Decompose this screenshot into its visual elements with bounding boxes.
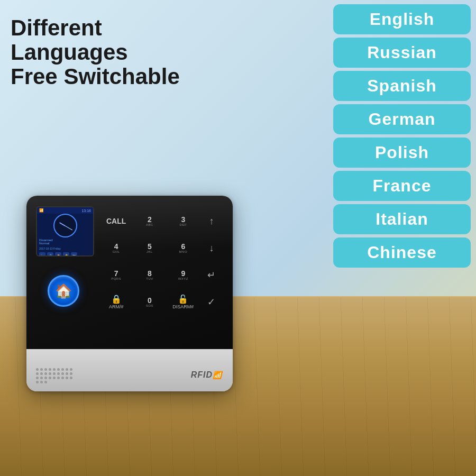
key-8[interactable]: 8 TUV bbox=[134, 263, 165, 288]
speaker-dot bbox=[70, 377, 72, 379]
lcd-screen: 📶 13:16 Disarmed Normal 2017-10-13 Frida… bbox=[36, 206, 94, 257]
rfid-signal-icon: 📶 bbox=[213, 371, 222, 379]
key-7[interactable]: 7 PQRS bbox=[100, 263, 132, 288]
lang-btn-chinese[interactable]: Chinese bbox=[333, 237, 471, 268]
speaker-grille bbox=[36, 368, 78, 380]
key-backspace[interactable]: ↵ bbox=[201, 263, 222, 288]
key-0-label: SOS bbox=[146, 304, 153, 307]
key-disarm[interactable]: 🔓 DISARM# bbox=[168, 289, 199, 314]
check-icon: ✓ bbox=[207, 296, 215, 308]
lang-btn-english[interactable]: English bbox=[333, 4, 471, 34]
keypad: CALL 2 ABC 3 DEF ↑ 4 GHL bbox=[98, 206, 225, 344]
lcd-bottom-icons: 📞 🔒 🏠 🔔 📷 bbox=[37, 251, 93, 257]
speaker-dot bbox=[40, 368, 43, 371]
key-7-letters: PQRS bbox=[111, 277, 121, 280]
key-4-num: 4 bbox=[114, 243, 118, 250]
key-arrow-down[interactable]: ↓ bbox=[201, 236, 222, 261]
device-bottom: RFID📶 bbox=[26, 349, 233, 391]
key-arm-sym: 🔒 bbox=[111, 294, 122, 304]
key-0[interactable]: 0 SOS bbox=[134, 289, 165, 314]
lcd-icon-call: 📞 bbox=[39, 252, 45, 257]
key-arrow-up[interactable]: ↑ bbox=[201, 209, 222, 234]
lcd-icon-home: 🏠 bbox=[55, 252, 61, 257]
key-call[interactable]: CALL bbox=[100, 209, 132, 234]
wifi-icon: 📶 bbox=[39, 208, 44, 213]
key-5[interactable]: 5 JKL bbox=[134, 236, 165, 261]
key-disarm-label: DISARM# bbox=[172, 304, 194, 309]
lcd-icons: 📶 bbox=[39, 208, 44, 213]
speaker-dot bbox=[57, 372, 60, 375]
lcd-status-area: Disarmed Normal bbox=[37, 237, 93, 246]
rfid-text: RFID bbox=[191, 370, 213, 379]
speaker-dot bbox=[44, 368, 47, 371]
speaker-dot bbox=[70, 368, 72, 371]
arrow-down-icon: ↓ bbox=[209, 243, 214, 254]
lang-btn-spanish[interactable]: Spanish bbox=[333, 71, 471, 101]
speaker-dot bbox=[40, 377, 43, 379]
backspace-icon: ↵ bbox=[207, 269, 215, 281]
speaker-dot bbox=[66, 377, 68, 379]
speaker-dot bbox=[57, 368, 60, 371]
key-arm-label: ARM/# bbox=[109, 304, 124, 309]
lcd-time: 13:16 bbox=[81, 209, 91, 213]
key-3-num: 3 bbox=[181, 216, 185, 223]
speaker-dot bbox=[53, 377, 56, 379]
key-disarm-sym: 🔓 bbox=[178, 294, 188, 304]
lang-btn-german[interactable]: German bbox=[333, 104, 471, 134]
title-line2: Free Switchable bbox=[11, 65, 212, 89]
lang-btn-polish[interactable]: Polish bbox=[333, 138, 471, 168]
speaker-dot bbox=[49, 377, 51, 379]
speaker-dot bbox=[70, 372, 72, 375]
key-2-letters: ABC bbox=[146, 223, 153, 226]
device-container: 📶 13:16 Disarmed Normal 2017-10-13 Frida… bbox=[16, 169, 238, 391]
arrow-up-icon: ↑ bbox=[209, 216, 214, 227]
device-black-panel: 📶 13:16 Disarmed Normal 2017-10-13 Frida… bbox=[26, 196, 233, 349]
speaker-dot bbox=[36, 381, 39, 383]
language-list: EnglishRussianSpanishGermanPolishFranceI… bbox=[333, 0, 471, 272]
lang-btn-russian[interactable]: Russian bbox=[333, 38, 471, 68]
speaker-dot bbox=[36, 368, 39, 371]
speaker-dot bbox=[49, 368, 51, 371]
key-9-num: 9 bbox=[181, 270, 185, 277]
key-5-num: 5 bbox=[148, 243, 152, 250]
key-call-label: CALL bbox=[106, 217, 126, 225]
clock-hand-min bbox=[65, 225, 72, 230]
title-line1: Different Languages bbox=[11, 16, 212, 65]
speaker-dot bbox=[44, 381, 47, 383]
speaker-dot bbox=[66, 368, 68, 371]
key-confirm[interactable]: ✓ bbox=[201, 289, 222, 314]
clock-hand-hour bbox=[59, 222, 65, 226]
lcd-topbar: 📶 13:16 bbox=[37, 207, 93, 214]
lcd-clock bbox=[53, 214, 77, 237]
key-5-letters: JKL bbox=[147, 250, 153, 253]
key-8-letters: TUV bbox=[146, 277, 153, 280]
device-outer: 📶 13:16 Disarmed Normal 2017-10-13 Frida… bbox=[26, 196, 233, 391]
speaker-dot bbox=[36, 372, 39, 375]
speaker-dot bbox=[40, 372, 43, 375]
speaker-dot bbox=[57, 377, 60, 379]
lang-btn-france[interactable]: France bbox=[333, 171, 471, 201]
rfid-label: RFID📶 bbox=[191, 370, 222, 380]
key-8-num: 8 bbox=[148, 270, 152, 277]
speaker-dot bbox=[40, 381, 43, 383]
key-4[interactable]: 4 GHL bbox=[100, 236, 132, 261]
key-0-num: 0 bbox=[148, 297, 152, 304]
speaker-dot bbox=[61, 377, 64, 379]
lang-btn-italian[interactable]: Italian bbox=[333, 204, 471, 234]
key-9[interactable]: 9 WXYZ bbox=[168, 263, 199, 288]
speaker-dot bbox=[61, 368, 64, 371]
speaker-dot bbox=[66, 372, 68, 375]
speaker-dot bbox=[53, 372, 56, 375]
home-icon: 🏠 bbox=[55, 283, 72, 299]
speaker-dot bbox=[61, 372, 64, 375]
key-2[interactable]: 2 ABC bbox=[134, 209, 165, 234]
key-arm[interactable]: 🔒 ARM/# bbox=[100, 289, 132, 314]
key-6[interactable]: 6 MNO bbox=[168, 236, 199, 261]
key-3[interactable]: 3 DEF bbox=[168, 209, 199, 234]
key-7-num: 7 bbox=[114, 270, 118, 277]
home-button[interactable]: 🏠 bbox=[48, 275, 79, 307]
key-6-letters: MNO bbox=[179, 250, 188, 253]
speaker-dot bbox=[44, 377, 47, 379]
lcd-icon-cam: 📷 bbox=[71, 252, 77, 257]
lcd-date: 2017-10-13 Friday bbox=[37, 246, 93, 251]
